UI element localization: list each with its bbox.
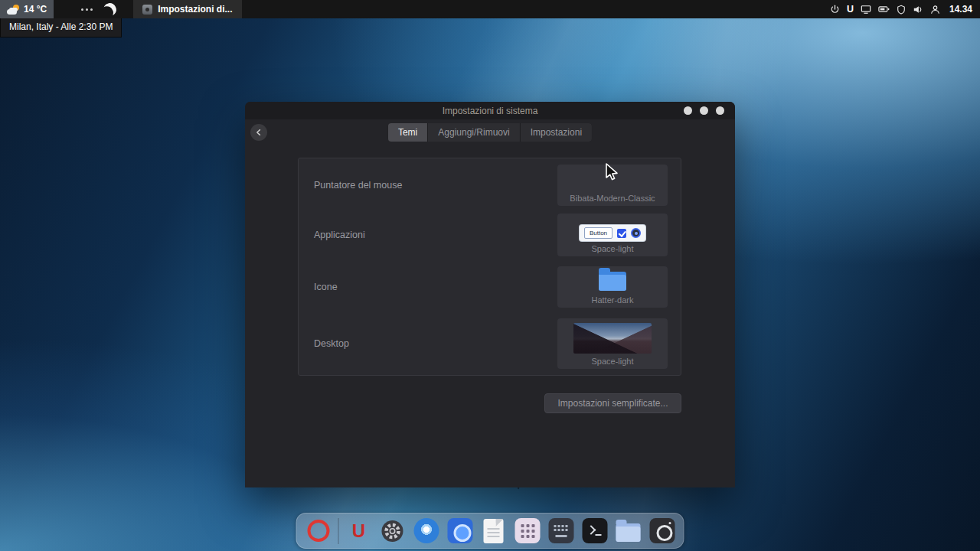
- document-icon[interactable]: [480, 517, 508, 545]
- weather-tooltip: Milan, Italy - Alle 2:30 PM: [0, 18, 122, 37]
- unity-ring-icon: [307, 520, 329, 542]
- settings-gear-icon[interactable]: [379, 517, 407, 545]
- app-grid-icon[interactable]: [514, 517, 541, 545]
- weather-widget[interactable]: 14 °C: [0, 0, 54, 18]
- tab-bar: Temi Aggiungi/Rimuovi Impostazioni: [245, 122, 735, 148]
- tab-impostazioni[interactable]: Impostazioni: [521, 123, 592, 142]
- chevron-left-icon: [254, 128, 263, 137]
- clock[interactable]: 14.34: [949, 4, 972, 15]
- desktop-wallpaper-button[interactable]: Space-light: [557, 318, 668, 369]
- camera-lens-icon: [649, 518, 675, 543]
- widget-theme-preview: Button: [580, 225, 645, 241]
- mouse-cursor: [603, 162, 620, 182]
- file-icon: [484, 519, 504, 543]
- panel-left-group: 14 °C Impostazioni di...: [0, 0, 242, 18]
- system-tray: U 14.34: [830, 0, 980, 18]
- titlebar[interactable]: Impostazioni di sistema: [245, 102, 735, 119]
- terminal-icon[interactable]: [581, 517, 609, 545]
- overflow-menu-icon[interactable]: [81, 8, 93, 11]
- folder-icon: [599, 272, 626, 291]
- window-control-maximize[interactable]: [700, 106, 708, 115]
- shield-icon[interactable]: [897, 5, 906, 15]
- taskbar-window-button[interactable]: Impostazioni di...: [133, 0, 241, 18]
- dock-separator: [338, 518, 339, 544]
- setting-label: Puntatore del mouse: [314, 180, 402, 191]
- globe-icon: [447, 518, 472, 543]
- unity-indicator-icon[interactable]: U: [847, 4, 854, 15]
- user-icon[interactable]: [930, 5, 940, 15]
- preview-radio-icon: [631, 228, 641, 238]
- weather-icon: [7, 5, 19, 15]
- preview-checkbox-icon: [617, 229, 626, 238]
- application-theme-button[interactable]: Button Space-light: [557, 214, 668, 256]
- unity-u-icon[interactable]: U: [345, 517, 373, 545]
- tab-temi[interactable]: Temi: [388, 123, 427, 142]
- wallpaper-thumbnail: [573, 323, 652, 354]
- setting-row-icons: Icone Hatter-dark: [299, 260, 681, 314]
- icon-theme-button[interactable]: Hatter-dark: [557, 266, 668, 308]
- setting-label: Icone: [314, 282, 338, 292]
- setting-label: Applicazioni: [314, 230, 365, 240]
- keyboard-icon: [548, 518, 573, 543]
- display-icon[interactable]: [861, 5, 871, 15]
- setting-value: Bibata-Modern-Classic: [570, 194, 655, 203]
- setting-label: Desktop: [314, 338, 349, 349]
- blue-app-icon[interactable]: [446, 517, 474, 545]
- power-icon[interactable]: [830, 5, 840, 15]
- unity-launcher-icon[interactable]: [305, 517, 332, 545]
- grid-dots-icon: [514, 518, 540, 543]
- window-controls: [684, 106, 724, 115]
- folder-icon: [616, 523, 641, 542]
- terminal-prompt-icon: [582, 518, 607, 543]
- simplified-settings-button[interactable]: Impostazioni semplificate...: [544, 393, 681, 413]
- window-control-minimize[interactable]: [684, 106, 692, 115]
- setting-row-mouse-pointer: Puntatore del mouse Bibata-Modern-Classi…: [299, 161, 681, 210]
- volume-icon[interactable]: [913, 5, 923, 15]
- compass-icon: [413, 518, 439, 543]
- screenshot-camera-icon[interactable]: [648, 517, 676, 545]
- settings-window: Impostazioni di sistema Temi Aggiungi/Ri…: [245, 102, 735, 487]
- back-button[interactable]: [250, 124, 267, 141]
- setting-value: Space-light: [591, 357, 633, 366]
- top-panel: 14 °C Impostazioni di... U 14.34: [0, 0, 980, 18]
- window-control-close[interactable]: [716, 106, 724, 115]
- chromium-browser-icon[interactable]: [413, 517, 440, 545]
- files-folder-icon[interactable]: [615, 517, 642, 545]
- setting-row-desktop: Desktop Space-light: [299, 314, 681, 373]
- setting-value: Space-light: [591, 244, 633, 253]
- screen: 14 °C Impostazioni di... U 14.34 Milan, …: [0, 0, 980, 551]
- keyboard-app-icon[interactable]: [547, 517, 575, 545]
- u-letter-icon: U: [352, 522, 365, 540]
- setting-value: Hatter-dark: [591, 295, 633, 305]
- window-title: Impostazioni di sistema: [443, 106, 538, 116]
- taskbar-window-label: Impostazioni di...: [158, 4, 232, 15]
- themes-card: Puntatore del mouse Bibata-Modern-Classi…: [298, 158, 681, 376]
- battery-icon[interactable]: [878, 5, 890, 14]
- dock: U: [296, 513, 684, 549]
- setting-row-applications: Applicazioni Button Space-light: [299, 210, 681, 260]
- settings-app-icon: [142, 5, 152, 15]
- weather-temp: 14 °C: [24, 4, 47, 15]
- night-mode-icon[interactable]: [102, 2, 118, 18]
- tab-group: Temi Aggiungi/Rimuovi Impostazioni: [388, 123, 592, 142]
- gear-icon: [381, 519, 405, 543]
- tab-aggiungi-rimuovi[interactable]: Aggiungi/Rimuovi: [428, 123, 519, 142]
- preview-button: Button: [584, 227, 612, 239]
